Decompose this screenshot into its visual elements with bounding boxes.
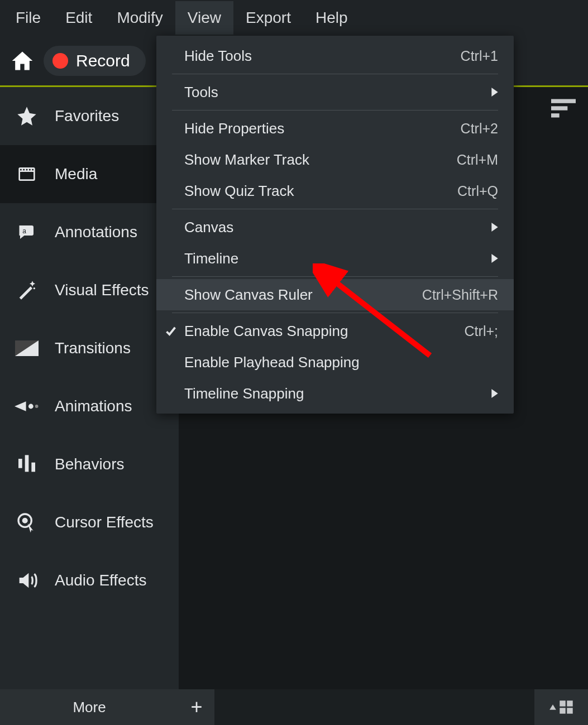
- menu-separator: [172, 313, 498, 313]
- cursor-effects-icon: [15, 510, 39, 535]
- sidebar-item-label: Favorites: [55, 107, 119, 125]
- menu-separator: [172, 276, 498, 277]
- svg-marker-33: [491, 254, 498, 263]
- sort-icon[interactable]: [551, 98, 576, 118]
- svg-rect-15: [31, 463, 35, 472]
- record-label: Record: [76, 51, 130, 70]
- svg-rect-18: [551, 99, 576, 103]
- menu-item-label: Show Marker Track: [184, 151, 457, 169]
- sidebar-item-annotations[interactable]: a Annotations: [0, 203, 179, 261]
- svg-point-12: [35, 405, 39, 408]
- svg-rect-28: [567, 700, 572, 706]
- sidebar-item-label: Audio Effects: [55, 572, 146, 589]
- menu-item-shortcut: Ctrl+;: [465, 323, 498, 339]
- menu-item-label: Enable Canvas Snapping: [184, 323, 465, 340]
- svg-text:a: a: [22, 227, 26, 235]
- menu-item-shortcut: Ctrl+2: [461, 121, 498, 137]
- sidebar-item-favorites[interactable]: Favorites: [0, 87, 179, 145]
- menu-item-show-marker-track[interactable]: Show Marker TrackCtrl+M: [156, 144, 514, 175]
- menu-modify[interactable]: Modify: [104, 1, 175, 35]
- svg-marker-26: [549, 704, 556, 709]
- menu-item-label: Tools: [184, 84, 491, 101]
- menu-item-label: Timeline Snapping: [184, 385, 491, 402]
- animations-icon: [15, 394, 39, 419]
- record-button[interactable]: Record: [44, 46, 146, 76]
- sidebar-item-transitions[interactable]: Transitions: [0, 319, 179, 377]
- audio-icon: [15, 568, 39, 593]
- chevron-right-icon: [491, 389, 498, 398]
- bottom-right-controls[interactable]: [534, 689, 588, 725]
- menu-separator: [172, 209, 498, 209]
- sidebar-item-visual-effects[interactable]: Visual Effects: [0, 261, 179, 319]
- menu-separator: [172, 74, 498, 74]
- svg-rect-19: [551, 106, 567, 110]
- menu-item-enable-playhead-snapping[interactable]: Enable Playhead Snapping: [156, 347, 514, 378]
- svg-point-17: [23, 518, 27, 522]
- bottom-fill: [214, 689, 534, 725]
- menu-item-label: Canvas: [184, 219, 491, 236]
- menu-item-shortcut: Ctrl+1: [461, 48, 498, 64]
- menu-item-hide-properties[interactable]: Hide PropertiesCtrl+2: [156, 113, 514, 144]
- record-dot-icon: [52, 53, 68, 69]
- add-button[interactable]: +: [179, 689, 214, 725]
- menu-file[interactable]: File: [3, 1, 53, 35]
- menu-item-enable-canvas-snapping[interactable]: Enable Canvas SnappingCtrl+;: [156, 315, 514, 347]
- sidebar-item-label: Annotations: [55, 223, 137, 241]
- menu-item-show-quiz-track[interactable]: Show Quiz TrackCtrl+Q: [156, 175, 514, 207]
- grid-icon: [559, 700, 573, 714]
- svg-marker-34: [491, 389, 498, 398]
- sidebar-item-behaviors[interactable]: Behaviors: [0, 435, 179, 493]
- menu-item-timeline-snapping[interactable]: Timeline Snapping: [156, 378, 514, 409]
- star-icon: [15, 104, 39, 128]
- sidebar-item-audio-effects[interactable]: Audio Effects: [0, 551, 179, 609]
- svg-rect-30: [567, 708, 572, 713]
- sidebar-item-label: Behaviors: [55, 455, 125, 473]
- svg-marker-32: [491, 223, 498, 232]
- svg-marker-31: [491, 88, 498, 97]
- menu-edit[interactable]: Edit: [53, 1, 104, 35]
- view-menu-dropdown: Hide ToolsCtrl+1ToolsHide PropertiesCtrl…: [156, 36, 514, 414]
- menu-item-label: Hide Properties: [184, 120, 461, 137]
- menu-separator: [172, 110, 498, 111]
- menu-item-label: Show Quiz Track: [184, 183, 457, 200]
- menu-item-label: Hide Tools: [184, 47, 461, 65]
- annotations-icon: a: [15, 220, 39, 244]
- app-root: File Edit Modify View Export Help Record…: [0, 0, 588, 725]
- menu-item-hide-tools[interactable]: Hide ToolsCtrl+1: [156, 40, 514, 71]
- sidebar-item-label: Visual Effects: [55, 281, 149, 299]
- triangle-up-icon: [549, 703, 557, 711]
- menu-item-timeline[interactable]: Timeline: [156, 243, 514, 274]
- behaviors-icon: [15, 452, 39, 477]
- svg-marker-10: [15, 401, 26, 411]
- svg-point-11: [28, 404, 34, 409]
- sidebar-item-label: Animations: [55, 397, 132, 415]
- menu-help[interactable]: Help: [303, 1, 360, 35]
- menu-item-label: Enable Playhead Snapping: [184, 354, 498, 371]
- check-icon: [165, 325, 176, 337]
- menu-export[interactable]: Export: [233, 1, 303, 35]
- svg-point-7: [34, 287, 35, 289]
- sidebar-item-label: Transitions: [55, 339, 131, 357]
- svg-rect-13: [18, 459, 22, 468]
- chevron-right-icon: [491, 223, 498, 232]
- menu-item-tools[interactable]: Tools: [156, 76, 514, 108]
- media-icon: [15, 162, 39, 186]
- bottombar: More +: [0, 689, 588, 725]
- chevron-right-icon: [491, 88, 498, 97]
- menu-item-label: Show Canvas Ruler: [184, 286, 422, 304]
- sidebar: Favorites Media a Annotations Visual Eff…: [0, 87, 179, 689]
- chevron-right-icon: [491, 254, 498, 263]
- transitions-icon: [15, 336, 39, 361]
- menu-item-canvas[interactable]: Canvas: [156, 212, 514, 243]
- home-icon[interactable]: [10, 49, 35, 73]
- menubar: File Edit Modify View Export Help: [0, 0, 588, 36]
- svg-rect-29: [560, 708, 565, 713]
- svg-rect-20: [551, 113, 560, 117]
- svg-rect-14: [25, 455, 29, 472]
- sidebar-item-animations[interactable]: Animations: [0, 377, 179, 435]
- menu-item-show-canvas-ruler[interactable]: Show Canvas RulerCtrl+Shift+R: [156, 279, 514, 310]
- sidebar-item-media[interactable]: Media: [0, 145, 179, 203]
- more-panel-button[interactable]: More: [0, 689, 179, 725]
- menu-view[interactable]: View: [175, 1, 233, 35]
- sidebar-item-cursor-effects[interactable]: Cursor Effects: [0, 493, 179, 551]
